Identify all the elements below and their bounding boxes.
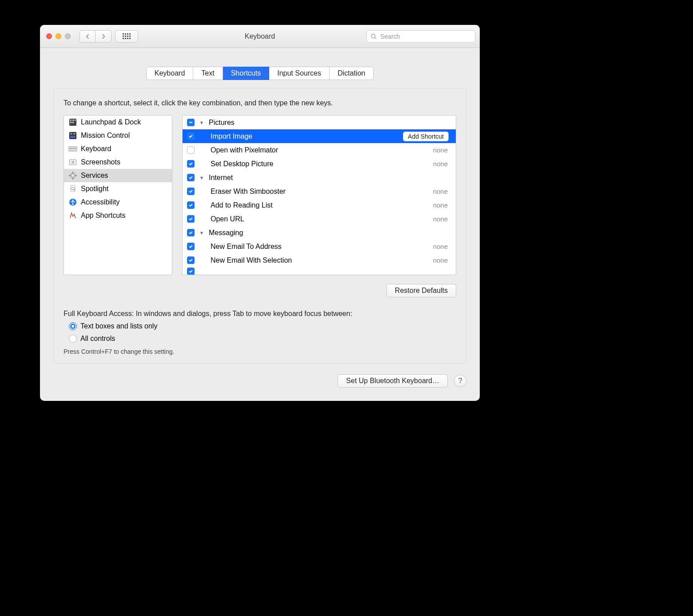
svg-rect-6	[70, 122, 72, 123]
category-label: Screenshots	[81, 158, 120, 166]
full-keyboard-access-label: Full Keyboard Access: In windows and dia…	[64, 310, 456, 318]
shortcut-value[interactable]: none	[433, 146, 448, 154]
group-internet[interactable]: ▼ Internet	[183, 171, 456, 184]
service-partial-row[interactable]	[183, 267, 456, 275]
radio-button[interactable]	[69, 335, 77, 343]
svg-rect-10	[73, 133, 76, 135]
service-label: Add to Reading List	[199, 201, 429, 209]
checkbox[interactable]	[187, 174, 195, 181]
svg-rect-7	[72, 122, 74, 123]
checkbox[interactable]	[187, 215, 195, 223]
service-set-desktop-picture[interactable]: Set Desktop Picture none	[183, 157, 456, 171]
minimize-window-button[interactable]	[56, 33, 61, 39]
setup-bluetooth-keyboard-button[interactable]: Set Up Bluetooth Keyboard…	[338, 374, 448, 388]
forward-button[interactable]	[96, 30, 112, 43]
restore-defaults-button[interactable]: Restore Defaults	[386, 284, 456, 297]
radio-all-controls[interactable]: All controls	[69, 335, 456, 343]
search-input[interactable]	[379, 32, 471, 40]
category-services[interactable]: Services	[64, 169, 172, 182]
traffic-lights	[46, 33, 71, 39]
svg-rect-5	[75, 120, 76, 121]
service-open-url[interactable]: Open URL none	[183, 212, 456, 226]
svg-point-18	[72, 161, 74, 164]
services-list[interactable]: ▼ Pictures Import Image Add Shortcut Ope…	[182, 115, 456, 275]
category-label: Services	[81, 172, 108, 180]
svg-rect-15	[73, 148, 74, 149]
spotlight-icon	[68, 184, 77, 193]
shortcuts-panel: To change a shortcut, select it, click t…	[53, 88, 466, 364]
category-spotlight[interactable]: Spotlight	[64, 182, 172, 196]
category-accessibility[interactable]: Accessibility	[64, 196, 172, 209]
category-list[interactable]: Launchpad & Dock Mission Control Keyboar…	[64, 115, 172, 275]
search-field[interactable]	[366, 30, 475, 43]
checkbox[interactable]	[187, 188, 195, 195]
radio-text-boxes-only[interactable]: Text boxes and lists only	[69, 322, 456, 330]
close-window-button[interactable]	[46, 33, 52, 39]
svg-point-29	[72, 200, 74, 201]
service-label: Set Desktop Picture	[199, 160, 429, 168]
category-label: Mission Control	[81, 132, 130, 140]
checkbox[interactable]	[187, 146, 195, 154]
grid-icon	[123, 33, 131, 39]
shortcut-value[interactable]: none	[433, 188, 448, 195]
svg-rect-14	[72, 148, 72, 149]
checkbox[interactable]	[187, 256, 195, 264]
category-screenshots[interactable]: Screenshots	[64, 156, 172, 169]
service-new-email-to-address[interactable]: New Email To Address none	[183, 240, 456, 253]
service-import-image[interactable]: Import Image Add Shortcut	[183, 129, 456, 143]
category-app-shortcuts[interactable]: App Shortcuts	[64, 209, 172, 222]
disclosure-triangle-icon[interactable]: ▼	[199, 230, 204, 236]
checkbox[interactable]	[187, 132, 195, 140]
svg-rect-11	[70, 136, 76, 138]
svg-point-20	[72, 175, 74, 177]
category-mission-control[interactable]: Mission Control	[64, 129, 172, 142]
tab-input-sources[interactable]: Input Sources	[269, 67, 330, 80]
search-icon	[370, 33, 377, 40]
shortcut-value[interactable]: none	[433, 160, 448, 168]
fka-hint: Press Control+F7 to change this setting.	[64, 348, 456, 355]
checkbox[interactable]	[187, 243, 195, 250]
zoom-window-button	[65, 33, 71, 39]
group-messaging[interactable]: ▼ Messaging	[183, 226, 456, 240]
tabs: Keyboard Text Shortcuts Input Sources Di…	[40, 67, 480, 80]
keyboard-icon	[68, 144, 77, 153]
checkbox[interactable]	[187, 160, 195, 168]
group-pictures[interactable]: ▼ Pictures	[183, 116, 456, 129]
shortcut-value[interactable]: none	[433, 243, 448, 250]
checkbox[interactable]	[187, 229, 195, 236]
service-open-with-pixelmator[interactable]: Open with Pixelmator none	[183, 143, 456, 157]
svg-rect-16	[75, 148, 76, 149]
disclosure-triangle-icon[interactable]: ▼	[199, 175, 204, 180]
app-shortcuts-icon	[68, 211, 77, 220]
svg-line-1	[375, 37, 377, 39]
back-button[interactable]	[80, 30, 96, 43]
svg-rect-4	[72, 120, 74, 121]
svg-rect-13	[70, 148, 71, 149]
instruction-text: To change a shortcut, select it, click t…	[64, 99, 456, 107]
checkbox[interactable]	[187, 201, 195, 209]
shortcut-value[interactable]: none	[433, 256, 448, 264]
help-button[interactable]: ?	[454, 375, 466, 387]
service-label: New Email To Address	[199, 243, 429, 251]
category-label: Spotlight	[81, 185, 108, 193]
category-keyboard[interactable]: Keyboard	[64, 142, 172, 156]
shortcut-value[interactable]: none	[433, 201, 448, 209]
group-label: Messaging	[209, 229, 451, 237]
category-launchpad-dock[interactable]: Launchpad & Dock	[64, 116, 172, 129]
tab-shortcuts[interactable]: Shortcuts	[223, 67, 270, 80]
radio-button[interactable]	[69, 322, 77, 330]
tab-keyboard[interactable]: Keyboard	[146, 67, 194, 80]
tab-dictation[interactable]: Dictation	[330, 67, 374, 80]
service-eraser-with-simbooster[interactable]: Eraser With Simbooster none	[183, 184, 456, 198]
service-add-to-reading-list[interactable]: Add to Reading List none	[183, 198, 456, 212]
shortcut-value[interactable]: none	[433, 215, 448, 223]
split-view: Launchpad & Dock Mission Control Keyboar…	[64, 115, 456, 275]
show-all-button[interactable]	[115, 30, 138, 43]
disclosure-triangle-icon[interactable]: ▼	[199, 120, 204, 125]
service-new-email-with-selection[interactable]: New Email With Selection none	[183, 253, 456, 267]
checkbox[interactable]	[187, 119, 195, 126]
tab-text[interactable]: Text	[193, 67, 223, 80]
footer: Set Up Bluetooth Keyboard… ?	[40, 364, 480, 401]
checkbox[interactable]	[187, 268, 195, 275]
add-shortcut-button[interactable]: Add Shortcut	[403, 132, 449, 141]
